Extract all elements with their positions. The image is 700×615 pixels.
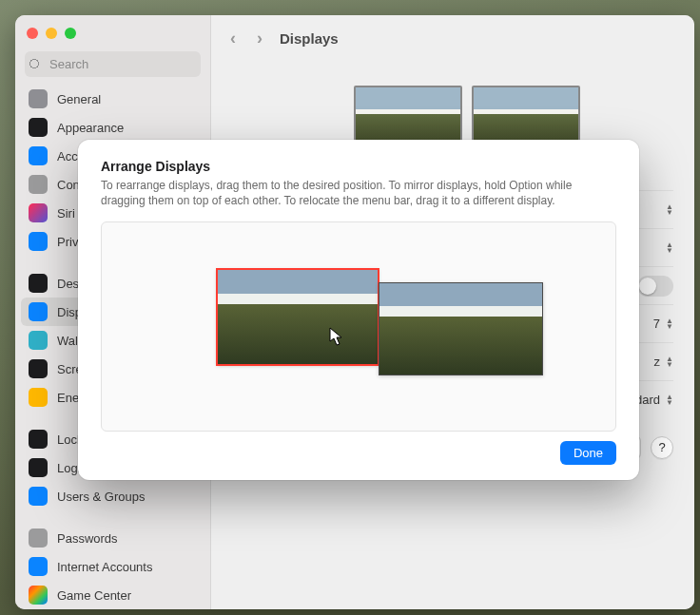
screen-saver-icon bbox=[29, 359, 48, 378]
forward-button[interactable]: › bbox=[253, 25, 266, 52]
setting-popup[interactable]: z ▲▼ bbox=[654, 355, 673, 369]
accessibility-icon bbox=[29, 146, 48, 165]
energy-icon bbox=[29, 388, 48, 407]
window-controls bbox=[15, 15, 210, 51]
close-window-button[interactable] bbox=[27, 28, 38, 39]
internet-accounts-icon bbox=[29, 557, 48, 576]
setting-popup[interactable]: ▲▼ bbox=[666, 204, 673, 216]
passwords-icon bbox=[29, 529, 48, 548]
page-title: Displays bbox=[280, 30, 339, 47]
sheet-description: To rearrange displays, drag them to the … bbox=[101, 178, 616, 208]
wallpaper-icon bbox=[29, 331, 48, 350]
sidebar-item-label: General bbox=[57, 92, 101, 106]
zoom-window-button[interactable] bbox=[65, 28, 76, 39]
sidebar-item-label: Appearance bbox=[57, 121, 124, 135]
siri-icon bbox=[29, 203, 48, 222]
main-titlebar: ‹ › Displays bbox=[211, 15, 694, 61]
sidebar-item-passwords[interactable]: Passwords bbox=[21, 524, 204, 552]
users-groups-icon bbox=[29, 487, 48, 506]
sheet-footer: Done bbox=[101, 441, 616, 465]
sidebar-item-game-center[interactable]: Game Center bbox=[21, 581, 204, 609]
arrange-displays-sheet: Arrange Displays To rearrange displays, … bbox=[78, 140, 639, 480]
game-center-icon bbox=[29, 586, 48, 605]
arrange-area[interactable] bbox=[101, 221, 616, 432]
display-tile-1-selected[interactable] bbox=[217, 269, 379, 365]
general-icon bbox=[29, 89, 48, 108]
help-button[interactable]: ? bbox=[651, 436, 673, 459]
lock-screen-icon bbox=[29, 430, 48, 449]
sidebar-item-users-groups[interactable]: Users & Groups bbox=[21, 482, 204, 510]
back-button[interactable]: ‹ bbox=[226, 25, 240, 52]
search-input[interactable] bbox=[25, 51, 201, 77]
control-center-icon bbox=[29, 175, 48, 194]
displays-icon bbox=[29, 302, 48, 321]
sidebar-item-label: Users & Groups bbox=[57, 490, 145, 504]
toggle-switch[interactable] bbox=[637, 276, 673, 297]
desktop-dock-icon bbox=[29, 274, 48, 293]
login-icon bbox=[29, 458, 48, 477]
sidebar-item-general[interactable]: General bbox=[21, 85, 204, 113]
sheet-title: Arrange Displays bbox=[101, 159, 616, 174]
sidebar-item-internet-accounts[interactable]: Internet Accounts bbox=[21, 552, 204, 581]
sidebar-item-label: Internet Accounts bbox=[57, 560, 152, 574]
sidebar-item-appearance[interactable]: Appearance bbox=[21, 113, 204, 142]
sidebar-item-label: Passwords bbox=[57, 531, 118, 546]
privacy-icon bbox=[29, 232, 48, 251]
setting-popup[interactable]: 7 ▲▼ bbox=[653, 317, 673, 331]
appearance-icon bbox=[29, 118, 48, 137]
display-tile-2[interactable] bbox=[379, 282, 543, 375]
chevron-updown-icon: ▲▼ bbox=[666, 394, 673, 406]
sidebar-item-label: Game Center bbox=[57, 588, 131, 603]
done-button[interactable]: Done bbox=[560, 441, 616, 465]
minimize-window-button[interactable] bbox=[46, 28, 57, 39]
setting-popup[interactable]: ▲▼ bbox=[666, 242, 673, 254]
search-wrap bbox=[15, 51, 210, 85]
